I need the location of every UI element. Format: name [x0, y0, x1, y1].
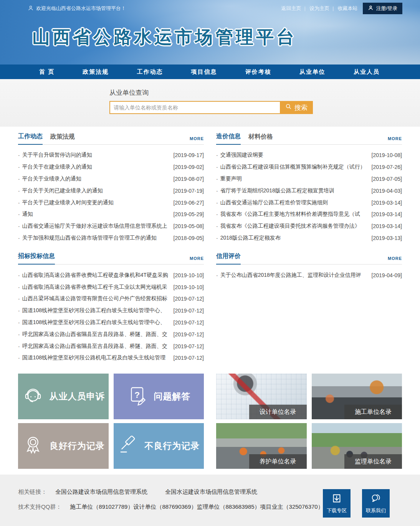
bullet: ·	[18, 152, 20, 158]
footer-link[interactable]: 全国水运建设市场信用信息管理系统	[165, 488, 257, 496]
news-item[interactable]: · 呼北国家高速公路山西省隰县至吉县段路基、桥隧、路面、交 [2019-07-1…	[18, 340, 204, 352]
news-item[interactable]: · 山西省取消高速公路省界收费站工程硬盘录像机和4T硬盘采购 [2019-10-…	[18, 269, 204, 281]
topbar-link[interactable]: 设为主页	[303, 5, 331, 12]
news-item-title: 国道108线神堂堡至砂河段公路工程白坡头主线站管理中心、	[22, 307, 171, 314]
bullet: ·	[18, 176, 20, 182]
news-item[interactable]: · 国道108线神堂堡至砂河段公路工程白坡头主线站管理中心、 [2019-07-…	[18, 305, 204, 317]
main-nav: 首 页政策法规工作动态项目信息评价考核从业单位从业人员	[0, 65, 420, 79]
bullet: ·	[18, 296, 20, 302]
nav-item[interactable]: 工作动态	[137, 68, 163, 76]
tile-question-answer[interactable]: ? 问题解答	[114, 374, 204, 419]
bullet: ·	[216, 152, 218, 158]
nav-item[interactable]: 从业单位	[299, 68, 326, 76]
bullet: ·	[18, 308, 20, 314]
contact-icon	[370, 493, 382, 505]
news-item[interactable]: · 关于公布山西省2018年度公路施工、监理和设计企业信用评 [2019-04-…	[216, 269, 402, 281]
card-label: 监理单位名录	[344, 454, 402, 469]
news-item-title: 通知	[22, 211, 171, 218]
nav-item[interactable]: 项目信息	[191, 68, 217, 76]
card-design-directory[interactable]: 设计单位名录	[216, 374, 307, 419]
card-construction-directory[interactable]: 施工单位名录	[312, 374, 402, 419]
news-item-date: [2019-03-14]	[372, 200, 402, 206]
bullet: ·	[18, 223, 20, 229]
news-item[interactable]: · 平台关于关闭已建业绩录入的通知 [2019-07-19]	[18, 185, 204, 197]
nav-item[interactable]: 从业人员	[354, 68, 380, 76]
nav-item[interactable]: 评价考核	[245, 68, 271, 76]
news-area: 工作动态 政策法规 MORE · 关于平台升级暂停访问的通知 [2019-09-…	[18, 132, 402, 372]
register-login-button[interactable]: 注册/登录	[363, 3, 402, 14]
nav-item[interactable]: 首 页	[39, 68, 55, 76]
footer-link[interactable]: 全国公路建设市场信用信息管理系统	[55, 488, 147, 496]
news-item[interactable]: · 国道108线神堂堡至砂河段公路工程白坡头主线站管理中心、 [2019-07-…	[18, 317, 204, 329]
news-item[interactable]: · 山西省交通运输厅公路工程造价管理实施细则 [2019-03-14]	[216, 197, 402, 208]
bullet: ·	[18, 272, 20, 278]
register-login-label: 注册/登录	[376, 5, 397, 12]
news-item[interactable]: · 省厅将于近期组织2018版公路工程定额宣贯培训 [2019-04-03]	[216, 185, 402, 197]
bullet: ·	[216, 200, 218, 206]
topbar-link[interactable]: 收藏本站	[331, 5, 359, 12]
tile-good-behavior[interactable]: 良好行为记录	[18, 423, 109, 469]
bullet: ·	[18, 164, 20, 170]
news-item[interactable]: · 呼北国家高速公路山西省隰县至吉县段路基、桥隧、路面、交 [2019-07-1…	[18, 328, 204, 340]
tile-bad-behavior[interactable]: 不良行为记录	[114, 423, 204, 469]
more-link-bidding[interactable]: MORE	[190, 256, 204, 264]
user-icon	[28, 5, 34, 12]
news-item-title: 省厅将于近期组织2018版公路工程定额宣贯培训	[220, 187, 369, 194]
bullet: ·	[216, 235, 218, 241]
news-item-title: 我省发布《公路工程建设项目委托技术咨询服务管理办法》	[220, 223, 369, 230]
search-input[interactable]	[109, 101, 280, 114]
news-item-title: 呼北国家高速公路山西省隰县至吉县段路基、桥隧、路面、交	[22, 343, 171, 350]
more-link-credit[interactable]: MORE	[388, 256, 402, 264]
bullet: ·	[18, 235, 20, 241]
tab-bidding[interactable]: 招标投标信息	[18, 252, 55, 265]
news-item[interactable]: · 2018版公路工程定额发布 [2019-03-13]	[216, 232, 402, 244]
news-item-title: 我省发布《公路工程主要地方性材料价差调整指导意见（试	[220, 211, 369, 218]
tab-work-news[interactable]: 工作动态	[18, 132, 43, 145]
more-link-work[interactable]: MORE	[190, 136, 204, 144]
news-item[interactable]: · 山西省取消高速公路省界收费站工程千兆工业以太网光端机采 [2019-10-1…	[18, 281, 204, 293]
news-item[interactable]: · 重要声明 [2019-07-05]	[216, 173, 402, 185]
news-item-date: [2019-07-05]	[372, 176, 402, 182]
news-item[interactable]: · 山西省公路工程建设项目估算概算预算编制补充规定（试行） [2019-07-2…	[216, 161, 402, 173]
tile-label: 从业人员申诉	[50, 390, 105, 402]
topbar-link[interactable]: 返回主页	[280, 5, 303, 12]
svg-text:?: ?	[134, 390, 140, 400]
news-item[interactable]: · 我省发布《公路工程建设项目委托技术咨询服务管理办法》 [2019-03-14…	[216, 220, 402, 232]
more-link-cost[interactable]: MORE	[388, 136, 402, 144]
topbar-links: 返回主页设为主页收藏本站	[280, 5, 359, 12]
news-item-date: [2019-04-09]	[372, 272, 402, 278]
news-item[interactable]: · 平台关于业绩录入的通知 [2019-08-07]	[18, 173, 204, 185]
bullet: ·	[216, 211, 218, 217]
contact-us-button[interactable]: 联系我们	[362, 489, 390, 518]
news-item[interactable]: · 关于平台升级暂停访问的通知 [2019-09-17]	[18, 149, 204, 161]
news-item[interactable]: · 山西吕梁环城高速公路管理有限责任公司户外广告经营权招标 [2019-07-1…	[18, 293, 204, 305]
news-item-date: [2019-07-12]	[174, 355, 204, 361]
tab-cost-info[interactable]: 造价信息	[216, 132, 241, 145]
news-item-title: 山西省交通运输厅关于做好水运建设市场信用信息管理系统上	[22, 223, 171, 230]
news-item[interactable]: · 我省发布《公路工程主要地方性材料价差调整指导意见（试 [2019-03-14…	[216, 208, 402, 220]
news-item[interactable]: · 交通强国建设纲要 [2019-10-08]	[216, 149, 402, 161]
news-item[interactable]: · 平台关于在建业绩录入的通知 [2019-09-02]	[18, 161, 204, 173]
card-supervision-directory[interactable]: 监理单位名录	[312, 423, 402, 469]
nav-item[interactable]: 政策法规	[83, 68, 109, 76]
site-title: 山西省公路水运市场管理平台	[32, 25, 297, 49]
news-item-date: [2019-03-13]	[372, 235, 402, 241]
medal-icon	[22, 433, 44, 458]
card-maintenance-directory[interactable]: 养护单位名录	[216, 423, 307, 469]
news-item[interactable]: · 关于加强和规范山西省公路市场管理平台管理工作的通知 [2018-09-05]	[18, 232, 204, 244]
search-button[interactable]: 搜索	[280, 101, 313, 114]
news-item-date: [2019-10-08]	[372, 152, 402, 158]
news-item[interactable]: · 平台关于已建业绩录入时间变更的通知 [2019-06-27]	[18, 197, 204, 208]
news-item[interactable]: · 国道108线神堂堡至砂河段公路机电工程及白坡头主线站管理 [2019-07-…	[18, 352, 204, 364]
tab-material-price[interactable]: 材料价格	[248, 133, 273, 144]
news-item[interactable]: · 山西省交通运输厅关于做好水运建设市场信用信息管理系统上 [2019-05-0…	[18, 220, 204, 232]
news-item-date: [2019-03-14]	[372, 211, 402, 217]
news-item-title: 山西省交通运输厅公路工程造价管理实施细则	[220, 199, 369, 206]
tile-personnel-appeal[interactable]: 从业人员申诉	[18, 374, 109, 419]
tab-policy[interactable]: 政策法规	[50, 133, 75, 144]
topbar: 欢迎光临山西省公路水运市场管理平台！ 返回主页设为主页收藏本站 注册/登录	[0, 0, 420, 14]
tile-label: 问题解答	[154, 390, 190, 402]
news-item[interactable]: · 通知 [2019-05-29]	[18, 208, 204, 220]
download-zone-button[interactable]: 下载专区	[323, 489, 351, 518]
tab-credit[interactable]: 信用评价	[216, 252, 241, 265]
